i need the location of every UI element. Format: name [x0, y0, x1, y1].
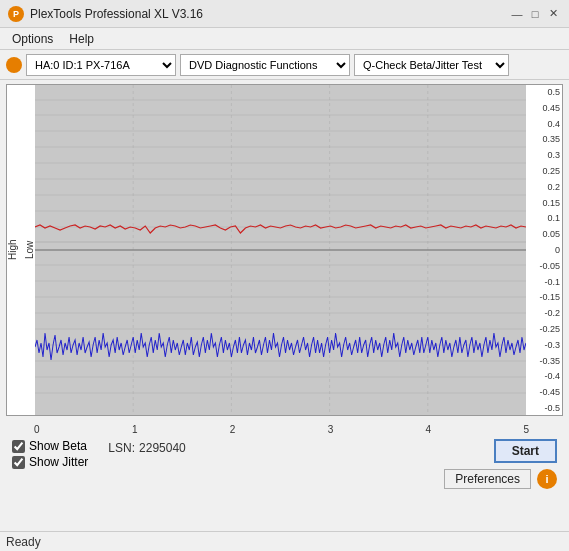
maximize-button[interactable]: □: [527, 6, 543, 22]
chart-svg: [35, 85, 526, 415]
show-jitter-row: Show Jitter: [12, 455, 88, 469]
y-high-label: High: [7, 240, 18, 261]
minimize-button[interactable]: —: [509, 6, 525, 22]
status-text: Ready: [6, 535, 41, 549]
y-label-n01: -0.1: [528, 277, 560, 287]
x-axis: 0 1 2 3 4 5: [6, 422, 563, 435]
drive-icon: [6, 57, 22, 73]
function-select[interactable]: DVD Diagnostic Functions: [180, 54, 350, 76]
x-label-1: 1: [132, 424, 138, 435]
y-label-05: 0.5: [528, 87, 560, 97]
y-label-n05: -0.5: [528, 403, 560, 413]
lsn-area: LSN: 2295040: [108, 439, 185, 455]
show-jitter-label: Show Jitter: [29, 455, 88, 469]
y-low-label: Low: [24, 241, 35, 259]
show-beta-checkbox[interactable]: [12, 440, 25, 453]
y-label-n025: -0.25: [528, 324, 560, 334]
show-beta-label: Show Beta: [29, 439, 87, 453]
bottom-right-lower: Preferences i: [444, 469, 557, 489]
start-button[interactable]: Start: [494, 439, 557, 463]
y-label-04: 0.4: [528, 119, 560, 129]
x-label-4: 4: [426, 424, 432, 435]
close-button[interactable]: ✕: [545, 6, 561, 22]
lsn-label: LSN:: [108, 441, 135, 455]
y-label-n045: -0.45: [528, 387, 560, 397]
window-title: PlexTools Professional XL V3.16: [30, 7, 203, 21]
menu-bar: Options Help: [0, 28, 569, 50]
bottom-right: Start Preferences i: [444, 439, 557, 489]
y-axis-left: High Low: [7, 85, 35, 415]
y-label-015: 0.15: [528, 198, 560, 208]
y-label-n03: -0.3: [528, 340, 560, 350]
chart-area: [35, 85, 526, 415]
x-label-5: 5: [523, 424, 529, 435]
status-bar: Ready: [0, 531, 569, 551]
test-select[interactable]: Q-Check Beta/Jitter Test: [354, 54, 509, 76]
preferences-button[interactable]: Preferences: [444, 469, 531, 489]
toolbar: HA:0 ID:1 PX-716A DVD Diagnostic Functio…: [0, 50, 569, 80]
y-label-n005: -0.05: [528, 261, 560, 271]
chart-container: High Low: [6, 84, 563, 416]
lsn-value: 2295040: [139, 441, 186, 455]
menu-help[interactable]: Help: [61, 30, 102, 48]
y-label-0: 0: [528, 245, 560, 255]
menu-options[interactable]: Options: [4, 30, 61, 48]
title-bar-controls: — □ ✕: [509, 6, 561, 22]
app-icon: P: [8, 6, 24, 22]
y-label-03: 0.3: [528, 150, 560, 160]
info-icon[interactable]: i: [537, 469, 557, 489]
y-label-045: 0.45: [528, 103, 560, 113]
show-jitter-checkbox[interactable]: [12, 456, 25, 469]
bottom-panel: Show Beta Show Jitter LSN: 2295040 Start…: [6, 435, 563, 493]
y-label-n02: -0.2: [528, 308, 560, 318]
checkboxes: Show Beta Show Jitter: [12, 439, 88, 469]
y-label-02: 0.2: [528, 182, 560, 192]
title-bar: P PlexTools Professional XL V3.16 — □ ✕: [0, 0, 569, 28]
x-label-0: 0: [34, 424, 40, 435]
show-beta-row: Show Beta: [12, 439, 88, 453]
y-label-025: 0.25: [528, 166, 560, 176]
title-bar-left: P PlexTools Professional XL V3.16: [8, 6, 203, 22]
x-label-3: 3: [328, 424, 334, 435]
y-label-n035: -0.35: [528, 356, 560, 366]
y-label-005: 0.05: [528, 229, 560, 239]
y-label-01: 0.1: [528, 213, 560, 223]
y-label-035: 0.35: [528, 134, 560, 144]
y-label-n04: -0.4: [528, 371, 560, 381]
main-content: High Low: [0, 80, 569, 497]
y-axis-right: 0.5 0.45 0.4 0.35 0.3 0.25 0.2 0.15 0.1 …: [526, 85, 562, 415]
x-label-2: 2: [230, 424, 236, 435]
drive-select[interactable]: HA:0 ID:1 PX-716A: [26, 54, 176, 76]
y-label-n015: -0.15: [528, 292, 560, 302]
